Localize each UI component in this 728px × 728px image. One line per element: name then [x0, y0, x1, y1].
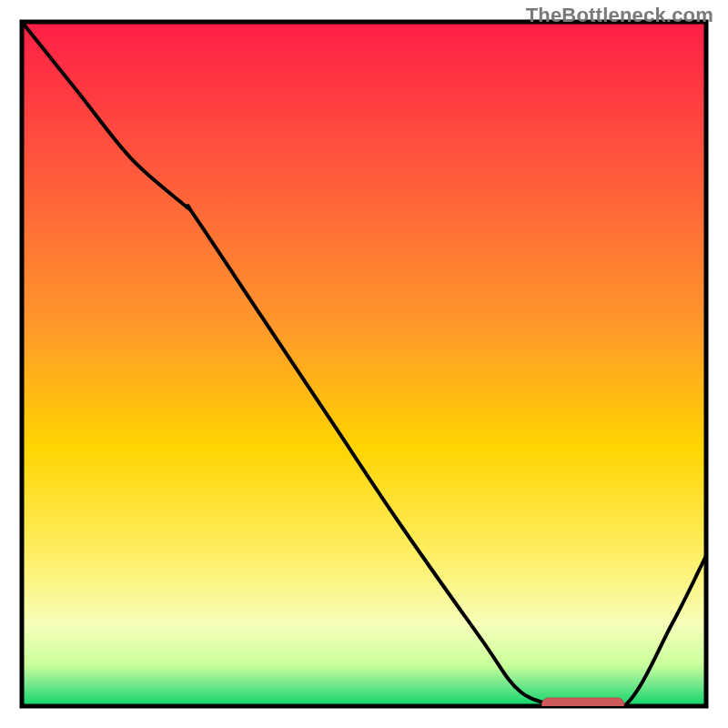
- chart-svg: [0, 0, 728, 728]
- chart-stage: TheBottleneck.com: [0, 0, 728, 728]
- watermark-text: TheBottleneck.com: [526, 4, 713, 27]
- gradient-background: [22, 22, 706, 706]
- optimal-marker: [542, 698, 624, 711]
